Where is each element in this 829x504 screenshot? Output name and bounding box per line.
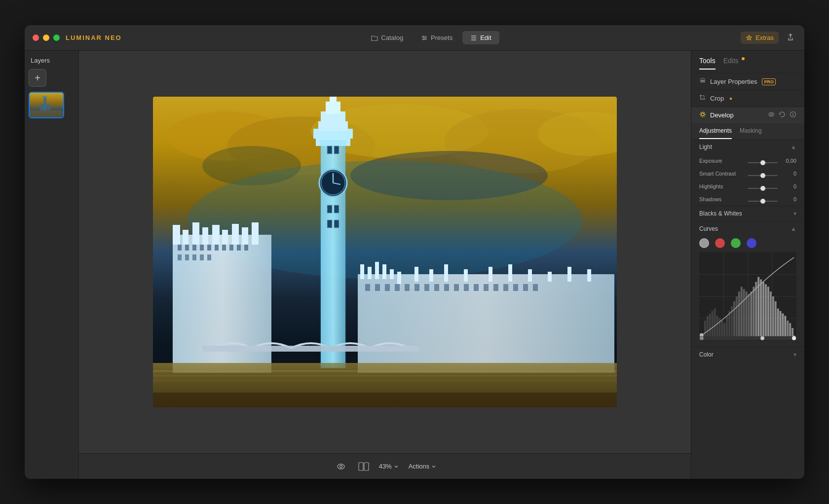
curves-header[interactable]: Curves ▲ bbox=[691, 221, 804, 236]
crop-item[interactable]: Crop ★ bbox=[691, 90, 804, 107]
layer-thumbnail[interactable] bbox=[29, 92, 64, 118]
minimize-button[interactable] bbox=[43, 35, 49, 41]
svg-rect-106 bbox=[320, 140, 346, 369]
folder-icon bbox=[371, 35, 378, 41]
svg-rect-93 bbox=[474, 284, 479, 291]
svg-rect-54 bbox=[330, 97, 337, 103]
svg-rect-148 bbox=[738, 291, 740, 338]
panel-tabs: Tools Edits bbox=[691, 51, 804, 70]
tab-tools[interactable]: Tools bbox=[699, 57, 716, 70]
curves-blue-button[interactable] bbox=[747, 238, 756, 248]
tab-masking[interactable]: Masking bbox=[740, 123, 762, 139]
shadows-slider-track[interactable] bbox=[748, 195, 778, 204]
layer-properties-item[interactable]: Layer Properties PRO bbox=[691, 73, 804, 90]
svg-point-114 bbox=[701, 113, 704, 116]
blacks-whites-header[interactable]: Blacks & Whites ▾ bbox=[691, 206, 804, 221]
smart-contrast-slider-track[interactable] bbox=[748, 169, 778, 178]
reset-icon[interactable] bbox=[779, 111, 786, 119]
curves-green-button[interactable] bbox=[731, 238, 741, 248]
catalog-nav-button[interactable]: Catalog bbox=[363, 31, 411, 44]
svg-rect-73 bbox=[429, 269, 433, 282]
svg-rect-70 bbox=[390, 269, 394, 279]
info-icon[interactable] bbox=[790, 111, 796, 119]
add-layer-button[interactable]: + bbox=[29, 69, 46, 87]
svg-rect-41 bbox=[237, 245, 241, 251]
svg-rect-12 bbox=[42, 96, 47, 98]
eye-toggle-button[interactable] bbox=[334, 459, 348, 474]
curves-graph[interactable] bbox=[699, 252, 796, 341]
right-panel: Tools Edits Layer Properties bbox=[691, 51, 804, 479]
svg-rect-110 bbox=[359, 463, 363, 470]
shadows-value: 0 bbox=[782, 196, 796, 202]
svg-rect-139 bbox=[716, 316, 718, 337]
color-chevron-icon: ▾ bbox=[793, 351, 796, 358]
svg-rect-168 bbox=[787, 321, 789, 337]
layer-thumbnail-image bbox=[30, 93, 63, 117]
share-button[interactable] bbox=[785, 31, 796, 45]
svg-rect-29 bbox=[222, 230, 228, 245]
svg-rect-160 bbox=[767, 287, 769, 337]
actions-button[interactable]: Actions bbox=[409, 463, 437, 470]
blacks-whites-section: Blacks & Whites ▾ bbox=[691, 206, 804, 221]
svg-rect-66 bbox=[360, 264, 364, 279]
maximize-button[interactable] bbox=[53, 35, 60, 41]
tab-edits[interactable]: Edits bbox=[723, 57, 745, 70]
svg-rect-37 bbox=[207, 245, 211, 251]
svg-point-174 bbox=[700, 336, 704, 340]
curves-red-button[interactable] bbox=[715, 238, 725, 248]
title-bar-right: Extras bbox=[741, 31, 796, 45]
edit-nav-button[interactable]: Edit bbox=[462, 31, 499, 44]
svg-rect-84 bbox=[385, 284, 390, 291]
bottom-toolbar: 43% Actions bbox=[79, 453, 691, 479]
canvas-area: 43% Actions bbox=[79, 51, 691, 479]
close-button[interactable] bbox=[33, 35, 39, 41]
svg-rect-71 bbox=[397, 272, 401, 284]
svg-rect-80 bbox=[567, 267, 571, 282]
curves-rgb-button[interactable] bbox=[699, 238, 709, 248]
smart-contrast-input[interactable] bbox=[748, 175, 778, 176]
svg-rect-141 bbox=[721, 321, 723, 337]
develop-title: Develop bbox=[710, 111, 764, 119]
shadows-input[interactable] bbox=[748, 201, 778, 202]
catalog-label: Catalog bbox=[381, 34, 403, 41]
svg-rect-75 bbox=[464, 269, 468, 282]
canvas-container bbox=[79, 51, 691, 453]
svg-rect-104 bbox=[153, 380, 617, 381]
highlights-input[interactable] bbox=[748, 188, 778, 189]
layers-icon bbox=[699, 77, 706, 86]
svg-rect-150 bbox=[743, 289, 745, 338]
exposure-input[interactable] bbox=[748, 162, 778, 163]
visibility-icon[interactable] bbox=[768, 111, 775, 119]
svg-rect-77 bbox=[508, 264, 512, 282]
blacks-whites-chevron-icon: ▾ bbox=[793, 210, 796, 217]
extras-button[interactable]: Extras bbox=[741, 32, 779, 44]
svg-rect-112 bbox=[700, 80, 705, 81]
tab-adjustments[interactable]: Adjustments bbox=[699, 123, 732, 139]
svg-rect-167 bbox=[784, 316, 786, 337]
svg-rect-40 bbox=[229, 245, 233, 251]
light-section-header[interactable]: Light ▲ bbox=[691, 140, 804, 154]
svg-line-120 bbox=[704, 116, 705, 116]
svg-rect-87 bbox=[414, 284, 419, 291]
zoom-control[interactable]: 43% bbox=[379, 463, 399, 470]
svg-rect-144 bbox=[728, 311, 730, 338]
edit-label: Edit bbox=[480, 34, 491, 41]
svg-rect-26 bbox=[192, 222, 199, 245]
svg-rect-136 bbox=[709, 313, 711, 337]
svg-rect-38 bbox=[215, 245, 219, 251]
color-section-header[interactable]: Color ▾ bbox=[691, 347, 804, 362]
highlights-slider-track[interactable] bbox=[748, 182, 778, 191]
app-logo: LUMINAR NEO bbox=[66, 34, 122, 41]
svg-rect-36 bbox=[200, 245, 204, 251]
presets-nav-button[interactable]: Presets bbox=[413, 31, 460, 44]
highlights-label: Highlights bbox=[699, 183, 744, 189]
compare-button[interactable] bbox=[358, 462, 369, 471]
svg-rect-162 bbox=[772, 296, 774, 338]
shadows-label: Shadows bbox=[699, 196, 744, 202]
main-content: Layers + bbox=[25, 51, 804, 479]
exposure-slider-track[interactable] bbox=[748, 156, 778, 165]
develop-actions bbox=[768, 111, 796, 119]
svg-line-122 bbox=[701, 116, 701, 116]
light-section: Light ▲ Exposure 0,00 Smart Contrast bbox=[691, 140, 804, 206]
svg-rect-68 bbox=[375, 262, 379, 279]
